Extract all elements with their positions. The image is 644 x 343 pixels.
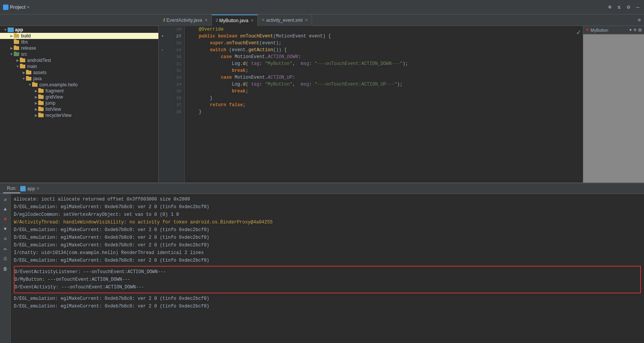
wrap-btn[interactable]: ≡ (2, 235, 9, 243)
ln-31: 31 (168, 60, 181, 67)
tree-label-recyclerview: recyclerView (46, 113, 72, 118)
tree-label-listview: listView (46, 107, 61, 112)
scroll-down-btn[interactable]: ▼ (2, 225, 9, 233)
gutter-27: ● (159, 33, 166, 40)
editor-menu-icon[interactable]: ≡ (636, 16, 642, 24)
tab-activity-xml[interactable]: ✎ activity_event.xml ✕ (258, 15, 312, 26)
ln-32: 32 (168, 67, 181, 74)
scroll-up-btn[interactable]: ▲ (2, 205, 9, 213)
project-label[interactable]: Project (10, 5, 26, 10)
footer-log-2: D/EGL_emulation: eglMakeCurrent: 0xdeb7b… (14, 303, 641, 310)
tree-label-app: app (15, 27, 23, 32)
code-line-38: } (188, 108, 580, 115)
gutter-38 (159, 108, 166, 115)
print-btn[interactable]: ⎙ (2, 255, 9, 263)
trash-btn[interactable]: 🗑 (2, 265, 9, 273)
gutter-35 (159, 88, 166, 95)
app-tab[interactable]: app ✕ (20, 186, 39, 191)
filter-btn[interactable]: ≔ (2, 245, 9, 253)
settings-icon[interactable]: ⚙ (625, 3, 631, 11)
file-tabs: J EventActivity.java ✕ J MyButton.java ✕… (0, 15, 644, 26)
tab-mybutton[interactable]: J MyButton.java ✕ (212, 15, 258, 26)
move-icon[interactable]: ✛ (633, 28, 637, 32)
gutter-30 (159, 53, 166, 60)
tree-label-fragment: fragment (46, 88, 63, 94)
arrow-fragment: ▶ (34, 89, 38, 93)
tree-label-jump: jump (46, 100, 55, 106)
project-sidebar: ▼ app ▶ build libs ▶ release (0, 26, 159, 183)
arrow-src: ▼ (9, 52, 14, 56)
code-content[interactable]: @Override public boolean onTouchEvent(Mo… (185, 26, 583, 183)
tree-item-listview[interactable]: ▶ listView (0, 106, 158, 112)
arrow-androidtest: ▶ (15, 58, 20, 62)
arrow-package: ▼ (28, 83, 32, 87)
arrow-app: ▼ (3, 28, 8, 32)
right-panel-label: MyButton (590, 28, 608, 32)
java-file-icon-active: J (216, 18, 218, 23)
bottom-tabs-bar: Run: app ✕ (0, 183, 644, 194)
code-editor[interactable]: ● ▸ 26 (159, 26, 583, 183)
tree-item-jump[interactable]: ▶ jump (0, 100, 158, 106)
ln-35: 35 (168, 88, 181, 95)
stop-btn[interactable]: ■ (2, 215, 9, 223)
ln-28: 28 (168, 40, 181, 47)
run-tab-label[interactable]: Run: (3, 184, 20, 193)
arrow-jump: ▶ (34, 101, 38, 105)
tab-close-event-activity[interactable]: ✕ (205, 18, 208, 22)
tree-item-java[interactable]: ▼ java (0, 76, 158, 82)
ln-30: 30 (168, 53, 181, 60)
log-area[interactable]: allocate: ioctl allocate returned offset… (11, 194, 644, 343)
bottom-panel: Run: app ✕ ↺ ▲ ■ ▼ ≡ ≔ ⎙ 🗑 allocate: ioc… (0, 183, 644, 343)
code-line-32: break; (188, 67, 580, 74)
tree-item-app[interactable]: ▼ app (0, 27, 158, 33)
minimize-icon[interactable]: — (635, 3, 641, 11)
folder-icon-listview (38, 107, 44, 112)
restart-btn[interactable]: ↺ (2, 196, 9, 203)
tab-close-xml[interactable]: ✕ (305, 18, 308, 22)
main-content: ▼ app ▶ build libs ▶ release (0, 26, 644, 183)
code-area[interactable]: ● ▸ 26 (159, 26, 583, 183)
tab-close-mybutton[interactable]: ✕ (250, 18, 254, 23)
app-tab-label: app (27, 186, 35, 191)
tab-label-event-activity: EventActivity.java (167, 18, 202, 23)
sort-icon[interactable]: ⇅ (616, 3, 622, 11)
ln-34: 34 (168, 81, 181, 88)
tree-item-main[interactable]: ▼ main (0, 63, 158, 70)
sync-icon[interactable]: ⊕ (607, 3, 613, 11)
code-line-36: } (188, 95, 580, 102)
code-line-35: break; (188, 88, 580, 95)
tree-item-androidtest[interactable]: ▶ androidTest (0, 57, 158, 63)
arrow-listview: ▶ (34, 107, 38, 111)
project-dropdown-arrow[interactable]: ▾ (27, 5, 29, 10)
code-line-33: case MotionEvent.ACTION_UP: (188, 74, 580, 81)
folder-icon-build (14, 34, 20, 38)
gutter-37 (159, 102, 166, 108)
project-section: Project ▾ (3, 5, 80, 10)
code-gutter: ● ▸ (159, 26, 166, 183)
code-line-26: @Override (188, 26, 580, 33)
folder-icon-jump (38, 101, 44, 105)
right-panel: ✕ MyButton ▾ ✛ ⊞ (583, 26, 644, 183)
code-line-34: Log.d( tag: "MyButton", msg: "---onTouch… (188, 81, 580, 88)
folder-icon-java (26, 76, 32, 81)
gutter-33 (159, 74, 166, 81)
tree-item-build[interactable]: ▶ build (0, 33, 158, 39)
tree-item-fragment[interactable]: ▶ fragment (0, 88, 158, 94)
arrow-recyclerview: ▶ (34, 113, 38, 117)
arrow-main: ▼ (15, 65, 20, 68)
right-panel-arrow[interactable]: ▾ (629, 28, 632, 32)
tree-item-libs[interactable]: libs (0, 39, 158, 45)
resize-icon[interactable]: ⊞ (638, 28, 642, 32)
tree-item-recyclerview[interactable]: ▶ recyclerView (0, 112, 158, 118)
design-icon: ✕ (585, 28, 589, 32)
tab-event-activity[interactable]: J EventActivity.java ✕ (159, 15, 212, 26)
folder-icon-libs (14, 40, 20, 44)
tree-item-release[interactable]: ▶ release (0, 45, 158, 51)
tree-item-assets[interactable]: ▶ assets (0, 70, 158, 76)
folder-icon-androidtest (20, 58, 26, 63)
tree-item-gridview[interactable]: ▶ gridView (0, 94, 158, 100)
tree-item-package[interactable]: ▼ com.example.hello (0, 82, 158, 88)
arrow-release: ▶ (9, 46, 14, 50)
tree-item-src[interactable]: ▼ src (0, 51, 158, 57)
app-tab-close[interactable]: ✕ (36, 186, 39, 191)
